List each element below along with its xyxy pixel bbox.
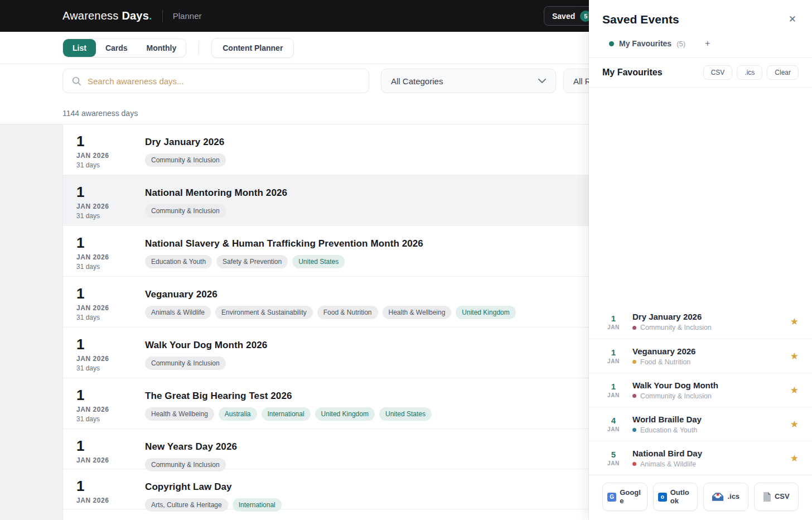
saved-item-body: World Braille DayEducation & Youth xyxy=(632,415,790,434)
saved-item-day: 5 xyxy=(602,450,625,459)
saved-item-day: 1 xyxy=(602,314,625,323)
saved-item-body: Walk Your Dog MonthCommunity & Inclusion xyxy=(632,381,790,400)
saved-item-body: National Bird DayAnimals & Wildlife xyxy=(632,449,790,468)
star-icon[interactable]: ★ xyxy=(790,350,799,362)
category-label: Community & Inclusion xyxy=(640,324,712,331)
saved-item-date: 4JAN xyxy=(602,416,625,432)
close-icon[interactable]: ✕ xyxy=(786,11,799,27)
saved-event-item[interactable]: 1JANVeganuary 2026Food & Nutrition★ xyxy=(589,339,812,373)
export-ics-button[interactable]: .ics xyxy=(703,483,748,511)
tag-gray: Community & Inclusion xyxy=(145,153,226,167)
row-month-year: JAN 2026 xyxy=(76,253,145,261)
google-calendar-icon: G xyxy=(607,493,616,502)
chevron-down-icon xyxy=(538,79,546,83)
add-list-button[interactable]: + xyxy=(705,38,710,49)
panel-spacer xyxy=(589,88,812,305)
event-title: New Years Day 2026 xyxy=(145,441,237,452)
saved-button-label: Saved xyxy=(552,12,575,21)
row-body: Walk Your Dog Month 2026Community & Incl… xyxy=(145,328,267,378)
row-day-number: 1 xyxy=(76,235,145,251)
view-switcher: ListCardsMonthly xyxy=(62,38,186,57)
brand-logo: Awareness Days. xyxy=(62,9,152,22)
tab-list[interactable]: List xyxy=(63,39,96,57)
tag-teal: United States xyxy=(292,255,345,268)
saved-item-month: JAN xyxy=(602,426,625,432)
search-box[interactable] xyxy=(62,69,369,93)
row-body: National Mentoring Month 2026Community &… xyxy=(145,175,287,225)
saved-item-month: JAN xyxy=(602,460,625,466)
saved-item-title: Dry January 2026 xyxy=(632,312,790,321)
saved-item-day: 4 xyxy=(602,416,625,425)
event-title: Dry January 2026 xyxy=(145,137,226,148)
row-month-year: JAN 2026 xyxy=(76,456,145,464)
row-month-year: JAN 2026 xyxy=(76,304,145,312)
row-date: 1JAN 2026 xyxy=(76,469,145,509)
tag-teal: United States xyxy=(379,407,432,421)
star-icon[interactable]: ★ xyxy=(790,316,799,328)
brand-part1: Awareness xyxy=(62,9,118,22)
tag-list: Community & Inclusion xyxy=(145,153,226,167)
export-google-button[interactable]: GGoogle xyxy=(602,483,647,511)
csv-file-icon xyxy=(763,492,771,502)
tag-gray: Environment & Sustainability xyxy=(215,306,313,319)
search-input[interactable] xyxy=(88,76,360,86)
row-body: Copyright Law DayArts, Culture & Heritag… xyxy=(145,469,282,509)
export-button-label: Outlook xyxy=(670,489,693,505)
category-dropdown[interactable]: All Categories xyxy=(381,69,556,93)
event-title: The Great Big Hearing Test 2026 xyxy=(145,391,432,402)
ics-download-icon xyxy=(712,492,724,502)
saved-item-date: 5JAN xyxy=(602,450,625,466)
export-outlook-button[interactable]: oOutlook xyxy=(653,483,698,511)
saved-event-item[interactable]: 1JANDry January 2026Community & Inclusio… xyxy=(589,305,812,339)
favourites-tab[interactable]: My Favourites xyxy=(619,39,671,48)
saved-item-day: 1 xyxy=(602,382,625,391)
category-label: Community & Inclusion xyxy=(640,392,712,400)
tag-teal: International xyxy=(262,407,311,421)
tag-gray: Health & Wellbeing xyxy=(383,306,452,319)
event-title: National Slavery & Human Trafficking Pre… xyxy=(145,238,423,249)
csv-button[interactable]: CSV xyxy=(703,65,733,80)
row-body: National Slavery & Human Trafficking Pre… xyxy=(145,226,423,276)
row-duration: 31 days xyxy=(76,364,145,372)
category-dot-icon xyxy=(632,462,636,466)
favourites-tab-row: My Favourites (5) + xyxy=(589,32,812,58)
saved-event-item[interactable]: 5JANNational Bird DayAnimals & Wildlife★ xyxy=(589,441,812,475)
saved-items-list: 1JANDry January 2026Community & Inclusio… xyxy=(589,305,812,475)
tag-teal: United Kingdom xyxy=(315,407,375,421)
brand-part2: Days. xyxy=(122,9,152,22)
saved-event-item[interactable]: 1JANWalk Your Dog MonthCommunity & Inclu… xyxy=(589,373,812,407)
row-date: 1JAN 202631 days xyxy=(76,124,145,175)
tag-list: Animals & WildlifeEnvironment & Sustaina… xyxy=(145,306,516,319)
row-body: Veganuary 2026Animals & WildlifeEnvironm… xyxy=(145,277,516,327)
tab-monthly[interactable]: Monthly xyxy=(137,39,186,57)
tag-list: Health & WellbeingAustraliaInternational… xyxy=(145,407,432,421)
export-csv-button[interactable]: CSV xyxy=(754,483,799,511)
row-duration: 31 days xyxy=(76,415,145,423)
star-icon[interactable]: ★ xyxy=(790,418,799,430)
row-day-number: 1 xyxy=(76,479,145,494)
saved-event-item[interactable]: 4JANWorld Braille DayEducation & Youth★ xyxy=(589,407,812,441)
tab-cards[interactable]: Cards xyxy=(96,39,137,57)
ics-button[interactable]: .ics xyxy=(737,65,762,80)
content-planner-button[interactable]: Content Planner xyxy=(211,38,294,58)
search-icon xyxy=(71,76,81,86)
row-month-year: JAN 2026 xyxy=(76,406,145,413)
toolbar-divider xyxy=(199,41,199,55)
tag-gray: Animals & Wildlife xyxy=(145,306,211,319)
clear-button[interactable]: Clear xyxy=(767,65,799,80)
tag-list: Arts, Culture & HeritageInternational xyxy=(145,498,282,512)
export-button-label: Google xyxy=(620,489,642,505)
category-dot-icon xyxy=(632,394,636,398)
tag-list: Education & YouthSafety & PreventionUnit… xyxy=(145,255,423,268)
export-button-label: CSV xyxy=(775,493,790,501)
row-duration: 31 days xyxy=(76,212,145,220)
star-icon[interactable]: ★ xyxy=(790,452,799,464)
tag-list: Community & Inclusion xyxy=(145,357,267,370)
star-icon[interactable]: ★ xyxy=(790,384,799,396)
event-title: Veganuary 2026 xyxy=(145,289,516,300)
saved-item-category: Community & Inclusion xyxy=(632,324,790,331)
header-divider xyxy=(162,10,163,22)
saved-item-month: JAN xyxy=(602,392,625,398)
export-button-label: .ics xyxy=(727,493,740,501)
row-body: The Great Big Hearing Test 2026Health & … xyxy=(145,378,432,428)
